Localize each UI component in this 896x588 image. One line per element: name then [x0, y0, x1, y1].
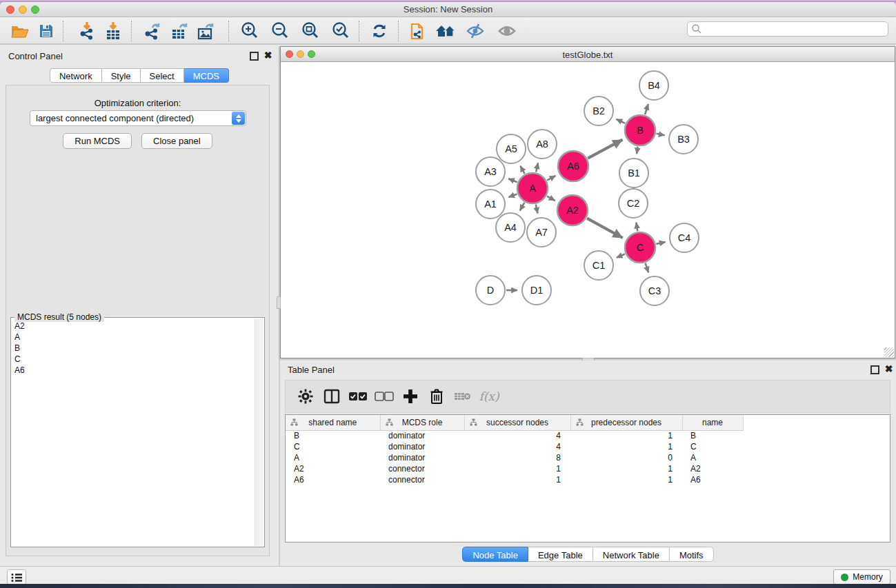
table-cell[interactable]: A: [682, 452, 743, 463]
refresh-button[interactable]: [367, 19, 392, 43]
tab-network[interactable]: Network: [50, 68, 102, 83]
table-cell[interactable]: 1: [570, 430, 682, 441]
split-column-button[interactable]: [319, 383, 345, 410]
network-graph[interactable]: B4B2BB3A8A5A6A3B1AA1C2A2A4A7C4CC1DD1C3: [281, 62, 895, 358]
tab-edge-table[interactable]: Edge Table: [528, 547, 593, 562]
list-item[interactable]: A: [12, 332, 255, 343]
function-builder-button[interactable]: f(x): [476, 383, 502, 410]
graph-edge-B-B1[interactable]: [637, 147, 638, 154]
search-field[interactable]: [687, 21, 888, 37]
home-button[interactable]: [433, 19, 458, 43]
graph-edge-A-A4[interactable]: [520, 203, 525, 211]
delete-column-button[interactable]: [424, 383, 450, 410]
graph-edge-B-B2[interactable]: [616, 119, 625, 123]
zoom-fit-button[interactable]: [298, 19, 323, 43]
tab-network-table[interactable]: Network Table: [593, 547, 670, 562]
table-cell[interactable]: connector: [380, 463, 464, 474]
share-document-button[interactable]: [406, 19, 430, 43]
delete-table-button[interactable]: [450, 383, 476, 410]
memory-button[interactable]: Memory: [833, 569, 890, 584]
graph-edge-A-A2[interactable]: [547, 196, 555, 201]
table-cell[interactable]: 8: [464, 452, 570, 463]
graph-edge-A-A1[interactable]: [508, 194, 517, 197]
save-session-button[interactable]: [34, 19, 59, 43]
close-table-panel-button[interactable]: ✖: [884, 365, 893, 374]
table-cell[interactable]: 1: [570, 474, 682, 485]
graph-edge-A-A6[interactable]: [547, 176, 555, 181]
graph-edge-B-B4[interactable]: [645, 104, 648, 114]
table-cell[interactable]: dominator: [380, 452, 464, 463]
table-cell[interactable]: A: [286, 452, 380, 463]
close-panel-button2[interactable]: Close panel: [141, 133, 212, 149]
graph-edge-A-A8[interactable]: [536, 163, 538, 172]
table-cell[interactable]: A6: [682, 474, 743, 485]
deselect-all-button[interactable]: [371, 383, 397, 410]
table-cell[interactable]: A2: [286, 463, 380, 474]
column-header-MCDS-role[interactable]: MCDS role: [380, 415, 464, 430]
graph-edge-A-A7[interactable]: [536, 205, 538, 214]
column-header-name[interactable]: name: [682, 415, 743, 430]
list-item[interactable]: A6: [12, 365, 255, 376]
table-cell[interactable]: connector: [380, 474, 464, 485]
table-row[interactable]: Adominator80A: [286, 452, 743, 463]
list-item[interactable]: B: [12, 343, 255, 354]
table-cell[interactable]: 4: [464, 430, 570, 441]
hide-details-button[interactable]: [463, 19, 488, 43]
tab-style[interactable]: Style: [102, 68, 141, 83]
import-table-button[interactable]: [101, 19, 126, 43]
tab-motifs[interactable]: Motifs: [670, 547, 714, 562]
zoom-selected-button[interactable]: [328, 19, 353, 43]
list-item[interactable]: A2: [12, 321, 255, 332]
zoom-in-button[interactable]: [237, 19, 262, 43]
show-eye-button[interactable]: [495, 19, 519, 43]
graph-edge-C-C2[interactable]: [636, 223, 637, 232]
table-settings-button[interactable]: [292, 383, 319, 410]
tab-select[interactable]: Select: [141, 68, 184, 83]
run-mcds-button[interactable]: Run MCDS: [63, 133, 132, 149]
column-header-shared-name[interactable]: shared name: [286, 415, 380, 430]
table-cell[interactable]: A6: [286, 474, 380, 485]
zoom-out-button[interactable]: [268, 19, 292, 43]
graph-edge-A-A5[interactable]: [520, 166, 524, 174]
table-cell[interactable]: 1: [570, 463, 682, 474]
table-cell[interactable]: C: [286, 441, 380, 452]
table-cell[interactable]: 1: [464, 474, 570, 485]
table-cell[interactable]: 1: [570, 441, 682, 452]
graph-edge-A6-B[interactable]: [588, 140, 622, 159]
close-panel-button[interactable]: ✖: [263, 52, 272, 61]
select-all-button[interactable]: [345, 383, 371, 410]
export-image-button[interactable]: [194, 19, 219, 43]
table-cell[interactable]: 0: [570, 452, 682, 463]
table-cell[interactable]: 4: [464, 441, 570, 452]
table-row[interactable]: A2connector11A2: [286, 463, 743, 474]
graph-edge-A-A3[interactable]: [508, 179, 517, 182]
table-cell[interactable]: 1: [464, 463, 570, 474]
node-table[interactable]: shared nameMCDS rolesuccessor nodesprede…: [285, 414, 890, 543]
import-network-button[interactable]: [74, 19, 99, 43]
graph-edge-C-C4[interactable]: [656, 242, 665, 244]
list-scrollbar[interactable]: [255, 318, 263, 546]
table-row[interactable]: Bdominator41B: [286, 430, 743, 441]
graph-edge-C-C3[interactable]: [646, 263, 649, 273]
column-header-predecessor-nodes[interactable]: predecessor nodes: [570, 415, 682, 430]
resize-grip-icon[interactable]: [884, 347, 894, 357]
add-column-button[interactable]: [397, 383, 424, 410]
graph-edge-B-B3[interactable]: [657, 134, 665, 135]
left-splitter-grip[interactable]: [277, 296, 281, 309]
tab-node-table[interactable]: Node Table: [462, 547, 528, 562]
table-cell[interactable]: dominator: [380, 441, 464, 452]
task-history-button[interactable]: [7, 569, 26, 584]
column-header-successor-nodes[interactable]: successor nodes: [464, 415, 570, 430]
table-cell[interactable]: dominator: [380, 430, 464, 441]
criterion-dropdown[interactable]: largest connected component (directed): [30, 110, 246, 126]
graph-edge-A2-C[interactable]: [587, 219, 623, 238]
table-cell[interactable]: A2: [682, 463, 743, 474]
float-table-panel-button[interactable]: [870, 365, 879, 374]
open-file-button[interactable]: [8, 19, 32, 43]
export-network-button[interactable]: [140, 19, 165, 43]
network-canvas[interactable]: B4B2BB3A8A5A6A3B1AA1C2A2A4A7C4CC1DD1C3: [281, 62, 895, 358]
float-panel-button[interactable]: [250, 52, 259, 61]
graph-edge-C-C1[interactable]: [617, 254, 625, 258]
table-cell[interactable]: B: [682, 430, 743, 441]
tab-mcds[interactable]: MCDS: [184, 68, 229, 83]
